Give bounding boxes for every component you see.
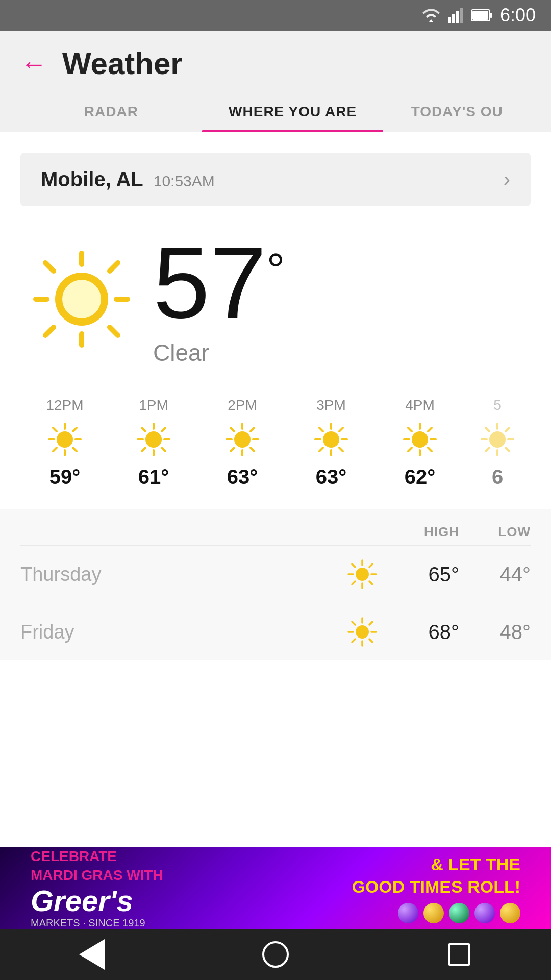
location-city: Mobile, AL	[41, 168, 143, 191]
status-bar: 6:00	[0, 0, 551, 31]
hour-temp: 61°	[138, 465, 169, 488]
hour-temp: 62°	[405, 465, 436, 488]
status-icons: 6:00	[421, 5, 536, 26]
svg-line-21	[53, 428, 57, 431]
high-label: HIGH	[418, 524, 459, 540]
page-title: Weather	[62, 46, 183, 81]
hour-item-4: 4PM 62°	[375, 397, 464, 488]
svg-point-34	[145, 431, 162, 448]
daily-low: 44°	[490, 563, 531, 586]
svg-line-33	[142, 448, 145, 451]
svg-rect-2	[456, 11, 459, 23]
ad-celebrate-text: CELEBRATEMARDI GRAS WITH	[31, 847, 163, 885]
svg-point-25	[57, 431, 73, 448]
hour-item-3: 3PM 63°	[287, 397, 375, 488]
hour-temp: 63°	[316, 465, 347, 488]
battery-icon	[471, 9, 493, 22]
svg-line-22	[73, 448, 77, 451]
svg-line-84	[352, 622, 355, 625]
hour-label: 4PM	[405, 397, 435, 413]
nav-home-button[interactable]	[258, 937, 293, 972]
tab-radar[interactable]: RADAR	[20, 91, 202, 132]
svg-line-24	[53, 448, 57, 451]
location-time: 10:53AM	[154, 173, 215, 190]
hour-sun-icon	[136, 422, 171, 457]
recent-square-icon	[448, 943, 470, 966]
tab-todays-outlook[interactable]: TODAY'S OU	[383, 91, 531, 132]
header: ← Weather RADAR WHERE YOU ARE TODAY'S OU	[0, 31, 551, 132]
svg-line-49	[339, 448, 343, 451]
svg-line-66	[486, 428, 489, 431]
svg-point-16	[62, 280, 101, 318]
hour-item-0: 12PM 59°	[20, 397, 109, 488]
svg-line-68	[506, 428, 509, 431]
bottom-nav	[0, 929, 551, 980]
daily-day: Thursday	[20, 564, 347, 585]
tab-where-you-are[interactable]: WHERE YOU ARE	[202, 91, 384, 132]
svg-line-48	[319, 428, 323, 431]
svg-point-52	[323, 431, 339, 448]
temperature-value: 57	[153, 232, 266, 334]
svg-line-31	[162, 448, 165, 451]
daily-high: 65°	[418, 563, 459, 586]
svg-rect-0	[448, 17, 451, 23]
location-bar[interactable]: Mobile, AL 10:53AM ›	[20, 153, 531, 206]
temperature-degree: °	[266, 247, 285, 293]
daily-high: 68°	[418, 621, 459, 644]
ad-tagline: & LET THEGOOD TIMES ROLL!	[352, 853, 520, 898]
current-weather: 57 ° Clear	[0, 206, 551, 387]
svg-line-69	[486, 448, 489, 451]
daily-sun-icon	[347, 617, 378, 647]
svg-line-39	[231, 428, 234, 431]
svg-line-78	[352, 581, 355, 584]
svg-line-87	[352, 639, 355, 642]
daily-day: Friday	[20, 621, 347, 643]
hour-sun-icon	[402, 422, 438, 457]
svg-point-88	[356, 625, 369, 639]
svg-line-32	[162, 428, 165, 431]
daily-row-friday: Friday 68° 48°	[20, 603, 531, 660]
svg-rect-1	[452, 14, 455, 23]
daily-sun-icon	[347, 559, 378, 590]
svg-line-57	[408, 428, 412, 431]
nav-back-button[interactable]	[74, 937, 110, 972]
hour-label: 5	[493, 397, 502, 413]
hour-item-2: 2PM 63°	[198, 397, 287, 488]
svg-point-61	[412, 431, 428, 448]
hour-label: 12PM	[46, 397, 83, 413]
svg-rect-6	[472, 11, 488, 20]
hour-label: 1PM	[139, 397, 168, 413]
daily-low: 48°	[490, 621, 531, 644]
home-circle-icon	[262, 941, 289, 968]
ad-banner[interactable]: CELEBRATEMARDI GRAS WITH Greer's MARKETS…	[0, 847, 551, 929]
daily-header: HIGH LOW	[20, 509, 531, 545]
svg-line-41	[251, 428, 254, 431]
svg-rect-3	[460, 8, 463, 23]
svg-point-70	[489, 431, 506, 448]
hour-item-5: 5 6	[464, 397, 531, 488]
svg-line-58	[428, 448, 432, 451]
low-label: LOW	[490, 524, 531, 540]
chevron-right-icon: ›	[504, 168, 510, 191]
svg-line-60	[408, 448, 412, 451]
svg-line-67	[506, 448, 509, 451]
daily-row-thursday: Thursday 65° 44°	[20, 545, 531, 603]
svg-line-12	[110, 327, 118, 335]
weather-condition: Clear	[153, 339, 285, 366]
daily-forecast-section: HIGH LOW Thursday 65° 44° Friday	[0, 509, 551, 660]
hour-sun-icon	[224, 422, 260, 457]
svg-line-30	[142, 428, 145, 431]
hour-sun-icon	[313, 422, 349, 457]
back-triangle-icon	[79, 939, 105, 970]
svg-line-86	[369, 622, 372, 625]
nav-recent-button[interactable]	[441, 937, 477, 972]
svg-line-51	[319, 448, 323, 451]
svg-point-43	[234, 431, 251, 448]
hour-item-1: 1PM 61°	[109, 397, 198, 488]
svg-point-79	[356, 568, 369, 581]
hour-sun-icon	[47, 422, 83, 457]
back-button[interactable]: ←	[20, 51, 47, 77]
ad-brand-name: Greer's	[31, 885, 163, 917]
svg-line-76	[369, 581, 372, 584]
hour-label: 3PM	[316, 397, 346, 413]
